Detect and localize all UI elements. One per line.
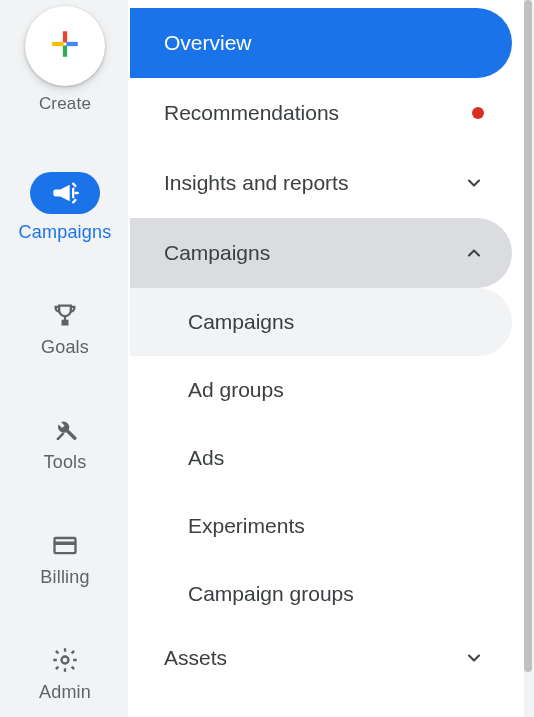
left-rail: Create Campaigns Goals: [0, 0, 130, 717]
svg-rect-3: [66, 42, 77, 46]
svg-rect-1: [63, 45, 67, 56]
subnav-ads[interactable]: Ads: [130, 424, 512, 492]
chevron-up-icon: [464, 243, 484, 263]
alert-dot-icon: [472, 107, 484, 119]
scrollbar-thumb[interactable]: [524, 0, 532, 672]
subnav-campaigns[interactable]: Campaigns: [130, 288, 512, 356]
subnav-label-campaigns: Campaigns: [188, 310, 294, 334]
campaigns-pill: [30, 172, 100, 214]
rail-label-admin: Admin: [39, 682, 91, 703]
nav-item-recommendations[interactable]: Recommendations: [130, 78, 512, 148]
rail-label-create: Create: [39, 94, 91, 114]
credit-card-icon: [51, 531, 79, 559]
svg-rect-2: [52, 42, 63, 46]
subnav-label-ad-groups: Ad groups: [188, 378, 284, 402]
nav-label-insights: Insights and reports: [164, 171, 348, 195]
rail-item-admin[interactable]: Admin: [39, 646, 91, 703]
chevron-down-icon: [464, 648, 484, 668]
nav-item-insights[interactable]: Insights and reports: [130, 148, 512, 218]
rail-label-billing: Billing: [40, 567, 89, 588]
nav-label-overview: Overview: [164, 31, 252, 55]
rail-item-create[interactable]: Create: [25, 6, 105, 114]
svg-point-6: [62, 657, 69, 664]
nav-label-recommendations: Recommendations: [164, 101, 339, 125]
svg-rect-4: [55, 538, 76, 553]
nav-item-assets[interactable]: Assets: [130, 628, 512, 688]
subnav-label-campaign-groups: Campaign groups: [188, 582, 354, 606]
svg-rect-0: [63, 31, 67, 42]
trophy-icon: [51, 301, 79, 329]
rail-item-tools[interactable]: Tools: [43, 416, 86, 473]
subnav-campaign-groups[interactable]: Campaign groups: [130, 560, 512, 628]
rail-item-goals[interactable]: Goals: [41, 301, 89, 358]
rail-label-goals: Goals: [41, 337, 89, 358]
secondary-nav: Overview Recommendations Insights and re…: [130, 0, 524, 717]
create-button[interactable]: [25, 6, 105, 86]
chevron-down-icon: [464, 173, 484, 193]
nav-label-assets: Assets: [164, 646, 227, 670]
tools-icon: [51, 416, 79, 444]
subnav-label-ads: Ads: [188, 446, 224, 470]
rail-label-campaigns: Campaigns: [19, 222, 112, 243]
nav-item-campaigns[interactable]: Campaigns: [130, 218, 512, 288]
gear-icon: [51, 646, 79, 674]
subnav-label-experiments: Experiments: [188, 514, 305, 538]
nav-item-overview[interactable]: Overview: [130, 8, 512, 78]
rail-item-billing[interactable]: Billing: [40, 531, 89, 588]
rail-item-campaigns[interactable]: Campaigns: [19, 172, 112, 243]
subnav-ad-groups[interactable]: Ad groups: [130, 356, 512, 424]
megaphone-icon: [51, 179, 79, 207]
subnav-experiments[interactable]: Experiments: [130, 492, 512, 560]
rail-label-tools: Tools: [43, 452, 86, 473]
plus-icon: [48, 27, 82, 65]
svg-rect-5: [55, 542, 76, 546]
nav-label-campaigns: Campaigns: [164, 241, 270, 265]
